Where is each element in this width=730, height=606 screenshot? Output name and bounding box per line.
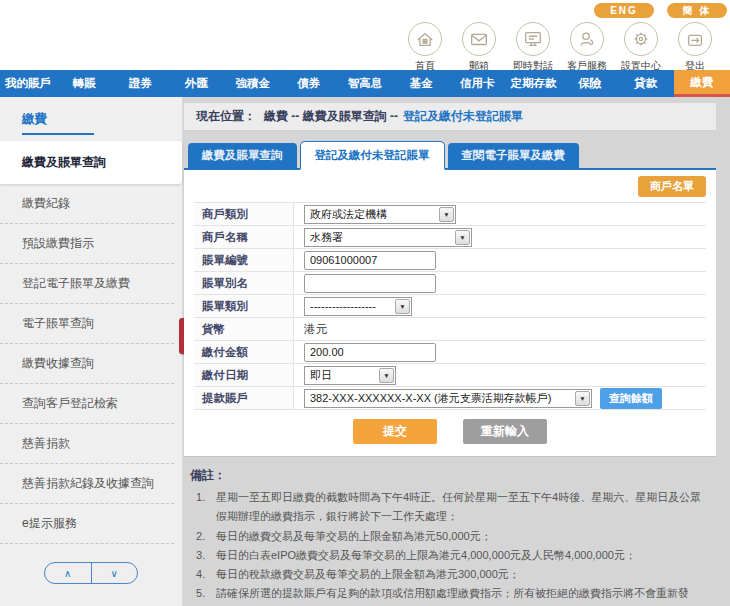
chevron-down-icon: ▼ xyxy=(379,368,394,383)
form-row-currency: 貨幣港元 xyxy=(194,318,706,341)
bill-number-input[interactable] xyxy=(304,251,436,270)
merchant-name-select[interactable]: 水務署▼ xyxy=(304,228,472,247)
settings-icon xyxy=(624,22,658,56)
pay-date-selected-value: 即日 xyxy=(310,368,332,383)
merchant-list-button[interactable]: 商戶名單 xyxy=(638,176,706,197)
nav-item-外匯[interactable]: 外匯 xyxy=(168,70,224,97)
chevron-down-icon: ▼ xyxy=(395,299,410,314)
form-row-merchant-name: 商戶名稱水務署▼ xyxy=(194,226,706,249)
merchant-type-label: 商戶類別 xyxy=(194,203,294,225)
sidebar-header: 繳費 xyxy=(22,111,94,135)
bill-type-select[interactable]: ------------------▼ xyxy=(304,297,412,316)
sidebar-item-查詢客戶登記檢索[interactable]: 查詢客戶登記檢索 xyxy=(0,384,174,424)
note-item-2: 每日的繳費交易及每筆交易的上限金額為港元50,000元； xyxy=(190,527,710,546)
nav-item-繳費[interactable]: 繳費 xyxy=(674,70,730,97)
chevron-down-icon: ▼ xyxy=(439,207,454,222)
logout-shortcut[interactable]: 登出 xyxy=(668,22,722,73)
note-item-1: 星期一至五即日繳費的截數時間為下午4時正。任何於星期一至五下午4時後、星期六、星… xyxy=(190,488,710,527)
live-chat-shortcut[interactable]: 即時對話 xyxy=(506,22,560,73)
reset-button[interactable]: 重新輸入 xyxy=(463,419,547,444)
nav-item-強積金[interactable]: 強積金 xyxy=(225,70,281,97)
sidebar-item-慈善捐款[interactable]: 慈善捐款 xyxy=(0,424,174,464)
sidebar-item-電子賬單查詢[interactable]: 電子賬單查詢 xyxy=(0,304,174,344)
bill-alias-input[interactable] xyxy=(304,274,436,293)
mail-shortcut[interactable]: 郵箱 xyxy=(452,22,506,73)
settings-shortcut[interactable]: 設置中心 xyxy=(614,22,668,73)
note-item-3: 每日的白表eIPO繳費交易及每筆交易的上限為港元4,000,000元及人民幣4,… xyxy=(190,546,710,565)
tab-繳費及賬單查詢[interactable]: 繳費及賬單查詢 xyxy=(188,143,297,168)
form-row-bill-type: 賬單類別------------------▼ xyxy=(194,295,706,318)
scroll-up-icon[interactable]: ∧ xyxy=(45,563,92,583)
amount-input[interactable] xyxy=(304,343,436,362)
nav-item-信用卡[interactable]: 信用卡 xyxy=(449,70,505,97)
notes-title: 備註： xyxy=(190,467,710,484)
chevron-down-icon: ▼ xyxy=(575,391,590,406)
bill-alias-label: 賬單別名 xyxy=(194,272,294,294)
form-row-amount: 繳付金額 xyxy=(194,341,706,364)
currency-value: 港元 xyxy=(304,322,327,337)
nav-item-證券[interactable]: 證券 xyxy=(112,70,168,97)
notes-section: 備註： 星期一至五即日繳費的截數時間為下午4時正。任何於星期一至五下午4時後、星… xyxy=(184,457,716,606)
sidebar-item-繳費紀錄[interactable]: 繳費紀錄 xyxy=(0,184,174,224)
debit-account-label: 提款賬戶 xyxy=(194,387,294,409)
simplified-language-button[interactable]: 簡 体 xyxy=(667,3,727,18)
page: ENG簡 体 首頁郵箱即時對話客戶服務設置中心登出 我的賬戶轉賬證券外匯強積金債… xyxy=(0,0,730,606)
merchant-type-select[interactable]: 政府或法定機構▼ xyxy=(304,205,456,224)
nav-item-保險[interactable]: 保險 xyxy=(562,70,618,97)
debit-account-field: 382-XXX-XXXXXX-X-XX (港元支票活期存款帳戶)▼查詢餘額 xyxy=(294,388,706,409)
nav-item-我的賬戶[interactable]: 我的賬戶 xyxy=(0,70,56,97)
customer-service-shortcut[interactable]: 客戶服務 xyxy=(560,22,614,73)
nav-item-定期存款[interactable]: 定期存款 xyxy=(505,70,561,97)
sidebar-item-慈善捐款紀錄及收據查詢[interactable]: 慈善捐款紀錄及收據查詢 xyxy=(0,464,174,504)
check-balance-button[interactable]: 查詢餘額 xyxy=(600,388,662,409)
pay-date-label: 繳付日期 xyxy=(194,364,294,386)
merchant-name-field: 水務署▼ xyxy=(294,228,706,247)
debit-account-selected-value: 382-XXX-XXXXXX-X-XX (港元支票活期存款帳戶) xyxy=(310,391,551,406)
amount-field xyxy=(294,343,706,362)
tab-查閱電子賬單及繳費[interactable]: 查閱電子賬單及繳費 xyxy=(448,143,580,168)
amount-label: 繳付金額 xyxy=(194,341,294,363)
nav-item-債券[interactable]: 債券 xyxy=(281,70,337,97)
note-item-5: 請確保所選的提款賬戶有足夠的款項或信用額處理繳費指示；所有被拒絕的繳費指示將不會… xyxy=(190,584,710,606)
nav-item-智高息[interactable]: 智高息 xyxy=(337,70,393,97)
breadcrumb-prefix: 現在位置： xyxy=(196,108,256,125)
merchant-type-selected-value: 政府或法定機構 xyxy=(310,207,387,222)
language-buttons: ENG簡 体 xyxy=(594,3,727,18)
scroll-down-icon[interactable]: ∨ xyxy=(92,563,138,583)
sidebar-item-預設繳費指示[interactable]: 預設繳費指示 xyxy=(0,224,174,264)
payment-form: 商戶類別政府或法定機構▼商戶名稱水務署▼賬單編號賬單別名賬單類別--------… xyxy=(194,202,706,410)
customer-service-icon xyxy=(570,22,604,56)
form-row-debit-account: 提款賬戶382-XXX-XXXXXX-X-XX (港元支票活期存款帳戶)▼查詢餘… xyxy=(194,387,706,410)
bill-type-field: ------------------▼ xyxy=(294,297,706,316)
merchant-name-selected-value: 水務署 xyxy=(310,230,343,245)
submit-button[interactable]: 提交 xyxy=(353,419,437,444)
payment-form-card: 商戶名單 商戶類別政府或法定機構▼商戶名稱水務署▼賬單編號賬單別名賬單類別---… xyxy=(184,170,716,457)
breadcrumb-current: 登記及繳付未登記賬單 xyxy=(403,108,523,125)
home-shortcut[interactable]: 首頁 xyxy=(398,22,452,73)
nav-item-轉賬[interactable]: 轉賬 xyxy=(56,70,112,97)
notes-list: 星期一至五即日繳費的截數時間為下午4時正。任何於星期一至五下午4時後、星期六、星… xyxy=(190,488,710,606)
sidebar-item-繳費及賬單查詢[interactable]: 繳費及賬單查詢 xyxy=(0,141,182,184)
live-chat-icon xyxy=(516,22,550,56)
top-bar: ENG簡 体 首頁郵箱即時對話客戶服務設置中心登出 xyxy=(0,0,730,70)
pay-date-field: 即日▼ xyxy=(294,366,706,385)
sidebar-item-e提示服務[interactable]: e提示服務 xyxy=(0,504,174,544)
breadcrumb: 現在位置： 繳費 -- 繳費及賬單查詢 -- 登記及繳付未登記賬單 xyxy=(184,103,716,131)
merchant-name-label: 商戶名稱 xyxy=(194,226,294,248)
nav-item-貸款[interactable]: 貸款 xyxy=(618,70,674,97)
tab-bar: 繳費及賬單查詢登記及繳付未登記賬單查閱電子賬單及繳費 xyxy=(184,141,716,170)
bill-alias-field xyxy=(294,274,706,293)
pay-date-select[interactable]: 即日▼ xyxy=(304,366,396,385)
form-row-bill-alias: 賬單別名 xyxy=(194,272,706,295)
sidebar-scroll-control: ∧ ∨ xyxy=(44,562,138,584)
nav-item-基金[interactable]: 基金 xyxy=(393,70,449,97)
bill-number-label: 賬單編號 xyxy=(194,249,294,271)
sidebar-item-繳費收據查詢[interactable]: 繳費收據查詢 xyxy=(0,344,174,384)
currency-field: 港元 xyxy=(294,322,706,337)
chevron-down-icon: ▼ xyxy=(455,230,470,245)
sidebar-item-登記電子賬單及繳費[interactable]: 登記電子賬單及繳費 xyxy=(0,264,174,304)
form-row-merchant-type: 商戶類別政府或法定機構▼ xyxy=(194,203,706,226)
eng-language-button[interactable]: ENG xyxy=(594,3,654,18)
debit-account-select[interactable]: 382-XXX-XXXXXX-X-XX (港元支票活期存款帳戶)▼ xyxy=(304,389,592,408)
tab-登記及繳付未登記賬單[interactable]: 登記及繳付未登記賬單 xyxy=(300,141,445,170)
